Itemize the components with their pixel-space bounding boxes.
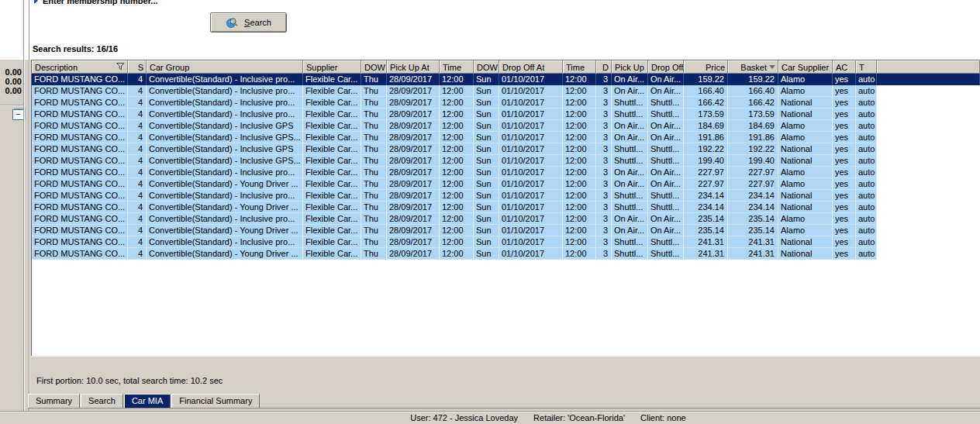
cell-s: 4 xyxy=(128,155,147,167)
tab-car-mia[interactable]: Car MIA xyxy=(124,394,171,408)
cell-pick_up_at: 28/09/2017 xyxy=(387,225,440,236)
table-row[interactable]: FORD MUSTANG CO...4Convertible(Standard)… xyxy=(32,120,980,132)
cell-drop_off_at: 01/10/2017 xyxy=(499,213,563,225)
table-row[interactable]: FORD MUSTANG CO...4Convertible(Standard)… xyxy=(32,167,980,178)
cell-time1: 12:00 xyxy=(440,132,474,143)
table-row[interactable]: FORD MUSTANG CO...4Convertible(Standard)… xyxy=(32,236,980,248)
cell-s: 4 xyxy=(128,143,147,155)
table-row[interactable]: FORD MUSTANG CO...4Convertible(Standard)… xyxy=(32,202,980,213)
column-header-car_supplier[interactable]: Car Supplier xyxy=(778,60,833,74)
table-row[interactable]: FORD MUSTANG CO...4Convertible(Standard)… xyxy=(32,132,980,143)
cell-price: 227.97 xyxy=(684,178,728,190)
column-header-label: AC xyxy=(836,63,847,72)
column-header-price[interactable]: Price xyxy=(684,60,728,74)
cell-drop_off: Shuttl... xyxy=(648,202,684,213)
cell-car_group: Convertible(Standard) - Young Driver ... xyxy=(147,225,303,236)
cell-t: auto xyxy=(856,120,877,132)
cell-dow1: Thu xyxy=(361,213,387,225)
column-header-basket[interactable]: Basket xyxy=(728,60,778,74)
cell-basket: 173.59 xyxy=(728,109,778,120)
column-header-drop_off_at[interactable]: Drop Off At xyxy=(499,60,563,74)
cell-supplier: Flexible Car... xyxy=(303,236,361,248)
filter-icon[interactable] xyxy=(116,63,125,72)
column-header-pick_up_at[interactable]: Pick Up At xyxy=(387,60,440,74)
tab-summary[interactable]: Summary xyxy=(28,394,80,408)
cell-time1: 12:00 xyxy=(440,248,474,260)
cell-drop_off_at: 01/10/2017 xyxy=(499,248,563,260)
column-header-t[interactable]: T xyxy=(856,60,877,74)
column-header-description[interactable]: Description xyxy=(32,60,128,74)
cell-time2: 12:00 xyxy=(563,109,596,120)
cell-t: auto xyxy=(856,167,877,178)
column-header-d[interactable]: D xyxy=(596,60,612,74)
cell-pick_up: On Air... xyxy=(612,178,648,190)
column-header-drop_off[interactable]: Drop Off xyxy=(648,60,684,74)
table-row[interactable]: FORD MUSTANG CO...4Convertible(Standard)… xyxy=(32,85,980,97)
table-row[interactable]: FORD MUSTANG CO...4Convertible(Standard)… xyxy=(32,213,980,225)
timing-label: First portion: 10.0 sec, total search ti… xyxy=(36,376,223,385)
cell-pick_up: Shuttl... xyxy=(612,190,648,202)
column-header-dow1[interactable]: DOW xyxy=(361,60,387,74)
cell-pick_up: Shuttl... xyxy=(612,143,648,155)
cell-drop_off: Shuttl... xyxy=(648,143,684,155)
cell-time2: 12:00 xyxy=(563,132,596,143)
cell-time1: 12:00 xyxy=(440,85,474,97)
cell-basket: 166.40 xyxy=(728,85,778,97)
cell-time1: 12:00 xyxy=(440,143,474,155)
cell-supplier: Flexible Car... xyxy=(303,213,361,225)
column-header-s[interactable]: S xyxy=(128,60,147,74)
column-header-supplier[interactable]: Supplier xyxy=(303,60,361,74)
cell-s: 4 xyxy=(128,248,147,260)
table-row[interactable]: FORD MUSTANG CO...4Convertible(Standard)… xyxy=(32,109,980,120)
column-header-label: Car Supplier xyxy=(782,63,829,72)
cell-drop_off_at: 01/10/2017 xyxy=(499,97,563,109)
column-header-time1[interactable]: Time xyxy=(440,60,474,74)
column-header-time2[interactable]: Time xyxy=(563,60,596,74)
cell-t: auto xyxy=(856,85,877,97)
table-row[interactable]: FORD MUSTANG CO...4Convertible(Standard)… xyxy=(32,225,980,236)
table-row[interactable]: FORD MUSTANG CO...4Convertible(Standard)… xyxy=(32,74,980,85)
cell-drop_off: On Air... xyxy=(648,85,684,97)
table-row[interactable]: FORD MUSTANG CO...4Convertible(Standard)… xyxy=(32,190,980,202)
table-row[interactable]: FORD MUSTANG CO...4Convertible(Standard)… xyxy=(32,155,980,167)
cell-time1: 12:00 xyxy=(440,178,474,190)
column-header-dow2[interactable]: DOW xyxy=(474,60,499,74)
tab-financial-summary[interactable]: Financial Summary xyxy=(171,394,260,408)
search-button[interactable]: Search xyxy=(210,12,287,33)
column-header-ac[interactable]: AC xyxy=(833,60,856,74)
cell-supplier: Flexible Car... xyxy=(303,155,361,167)
cell-d: 3 xyxy=(596,132,612,143)
membership-expander[interactable]: Enter membership number... xyxy=(34,0,158,5)
column-header-car_group[interactable]: Car Group xyxy=(147,60,303,74)
cell-dow1: Thu xyxy=(361,202,387,213)
cell-supplier: Flexible Car... xyxy=(303,178,361,190)
cell-supplier: Flexible Car... xyxy=(303,109,361,120)
cell-ac: yes xyxy=(833,225,856,236)
column-header-pick_up[interactable]: Pick Up xyxy=(612,60,648,74)
cell-time2: 12:00 xyxy=(563,190,596,202)
cell-dow2: Sun xyxy=(474,109,499,120)
cell-pick_up: On Air... xyxy=(612,85,648,97)
cell-s: 4 xyxy=(128,202,147,213)
tab-search[interactable]: Search xyxy=(81,394,123,408)
table-row[interactable]: FORD MUSTANG CO...4Convertible(Standard)… xyxy=(32,143,980,155)
cell-s: 4 xyxy=(128,225,147,236)
cell-d: 3 xyxy=(596,74,612,85)
table-row[interactable]: FORD MUSTANG CO...4Convertible(Standard)… xyxy=(32,97,980,109)
cell-dow2: Sun xyxy=(474,85,499,97)
collapse-button[interactable]: − xyxy=(12,109,24,120)
row-filler xyxy=(877,202,980,213)
cell-pick_up: Shuttl... xyxy=(612,202,648,213)
cell-drop_off: On Air... xyxy=(648,132,684,143)
cell-t: auto xyxy=(856,74,877,85)
cell-d: 3 xyxy=(596,202,612,213)
cell-t: auto xyxy=(856,202,877,213)
cell-time1: 12:00 xyxy=(440,167,474,178)
cell-d: 3 xyxy=(596,236,612,248)
table-row[interactable]: FORD MUSTANG CO...4Convertible(Standard)… xyxy=(32,178,980,190)
table-row[interactable]: FORD MUSTANG CO...4Convertible(Standard)… xyxy=(32,248,980,260)
cell-car_group: Convertible(Standard) - Inclusive GPS... xyxy=(147,132,303,143)
row-filler xyxy=(877,120,980,132)
cell-description: FORD MUSTANG CO... xyxy=(32,85,128,97)
search-button-label: Search xyxy=(244,18,271,27)
